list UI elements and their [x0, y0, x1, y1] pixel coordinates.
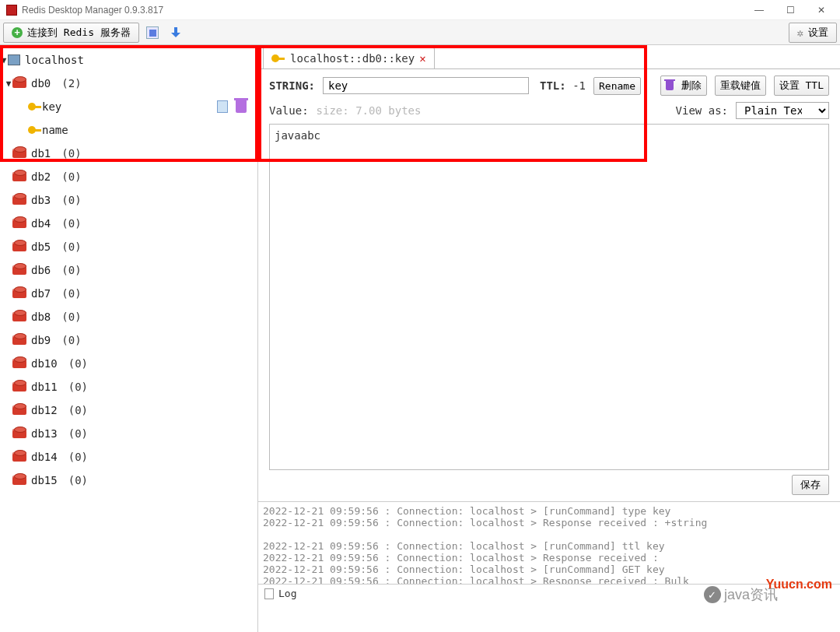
main: ▼ localhost ▼db0(2)keynamedb1(0)db2(0)db…: [0, 45, 840, 632]
server-icon: [8, 54, 20, 65]
tree-db-db3[interactable]: db3(0): [0, 188, 257, 212]
db-count: (0): [68, 381, 88, 393]
tree-db-db11[interactable]: db11(0): [0, 375, 257, 399]
database-icon: [12, 195, 26, 205]
tree-db-db4[interactable]: db4(0): [0, 212, 257, 235]
database-icon: [12, 242, 26, 251]
watermark-site: Yuucn.com: [766, 578, 832, 592]
database-icon: [12, 382, 26, 391]
connect-button[interactable]: + 连接到 Redis 服务器: [3, 23, 139, 43]
db-name: db10: [31, 357, 58, 370]
viewas-select[interactable]: Plain Text: [736, 102, 829, 119]
trash-icon[interactable]: [236, 100, 247, 113]
plus-icon: +: [12, 27, 23, 38]
db-name: db11: [31, 381, 58, 393]
db-count: (0): [61, 147, 81, 160]
tab-bar: localhost::db0::key ✕: [258, 45, 840, 68]
tree-db-db14[interactable]: db14(0): [0, 445, 257, 469]
db-name: db1: [31, 147, 51, 160]
toolbar: + 连接到 Redis 服务器 ✲ 设置: [0, 20, 840, 45]
log-output[interactable]: 2022-12-21 09:59:56 : Connection: localh…: [258, 502, 840, 584]
db-name: db2: [31, 170, 51, 183]
database-icon: [12, 265, 26, 275]
database-icon: [12, 219, 26, 228]
value-textbox[interactable]: javaabc: [269, 124, 829, 470]
db-count: (0): [61, 287, 81, 300]
db-count: (0): [68, 474, 88, 486]
set-ttl-button[interactable]: 设置 TTL: [774, 75, 829, 96]
reload-button[interactable]: 重载键值: [715, 75, 766, 96]
db-count: (0): [68, 357, 88, 370]
tree-key-key[interactable]: key: [0, 95, 257, 118]
tree-db-db0[interactable]: ▼db0(2): [0, 72, 257, 95]
value-content: javaabc: [275, 129, 320, 142]
db-count: (0): [61, 217, 81, 230]
tree-db-db7[interactable]: db7(0): [0, 282, 257, 305]
tree-db-db12[interactable]: db12(0): [0, 399, 257, 422]
connection-tree[interactable]: ▼ localhost ▼db0(2)keynamedb1(0)db2(0)db…: [0, 45, 258, 632]
value-size: size: 7.00 bytes: [317, 104, 422, 117]
key-icon: [28, 126, 36, 134]
tab-key[interactable]: localhost::db0::key ✕: [263, 47, 435, 68]
chevron-down-icon[interactable]: ▼: [5, 79, 12, 89]
close-button[interactable]: ✕: [806, 1, 837, 19]
log-tab-label: Log: [278, 588, 296, 599]
download-icon: [170, 27, 181, 38]
db-name: db12: [31, 404, 58, 416]
key-detail-row: STRING: TTL: -1 Rename 删除 重载键值 设置 TTL: [258, 68, 840, 99]
key-icon: [271, 54, 279, 62]
value-label: Value:: [269, 104, 309, 117]
rename-button[interactable]: Rename: [593, 77, 641, 95]
tab-label: localhost::db0::key: [290, 52, 415, 65]
db-count: (0): [61, 334, 81, 346]
tree-db-db9[interactable]: db9(0): [0, 328, 257, 352]
tree-db-db10[interactable]: db10(0): [0, 352, 257, 375]
key-name: key: [42, 100, 61, 113]
tree-db-db5[interactable]: db5(0): [0, 235, 257, 258]
minimize-button[interactable]: —: [744, 1, 775, 19]
import-button[interactable]: [166, 24, 186, 41]
tree-key-name[interactable]: name: [0, 118, 257, 142]
tree-db-db2[interactable]: db2(0): [0, 165, 257, 188]
database-icon: [12, 172, 26, 181]
tree-connection[interactable]: ▼ localhost: [0, 48, 257, 72]
tree-db-db15[interactable]: db15(0): [0, 469, 257, 492]
settings-button[interactable]: ✲ 设置: [789, 23, 837, 43]
ttl-value: -1: [572, 79, 586, 92]
database-icon: [12, 406, 26, 415]
key-name: name: [42, 124, 68, 136]
console-button[interactable]: [142, 24, 163, 41]
type-label: STRING:: [269, 79, 315, 92]
chevron-down-icon[interactable]: ▼: [0, 55, 8, 65]
tree-db-db13[interactable]: db13(0): [0, 422, 257, 445]
key-icon: [28, 103, 36, 111]
tree-db-db1[interactable]: db1(0): [0, 142, 257, 165]
db-name: db9: [31, 334, 51, 346]
copy-icon[interactable]: [217, 100, 228, 113]
maximize-button[interactable]: ☐: [775, 1, 806, 19]
gear-icon: ✲: [797, 26, 803, 39]
window-title: Redis Desktop Manager 0.9.3.817: [22, 5, 163, 16]
db-name: db7: [31, 287, 51, 300]
ttl-label: TTL:: [540, 79, 566, 92]
db-name: db6: [31, 264, 51, 276]
save-button[interactable]: 保存: [792, 475, 829, 495]
value-meta-row: Value: size: 7.00 bytes View as: Plain T…: [258, 99, 840, 124]
db-count: (0): [68, 404, 88, 416]
db-count: (0): [61, 264, 81, 276]
delete-button[interactable]: 删除: [660, 75, 707, 96]
db-count: (0): [68, 451, 88, 463]
tree-db-db8[interactable]: db8(0): [0, 305, 257, 328]
database-icon: [12, 79, 26, 88]
key-name-input[interactable]: [323, 77, 529, 94]
app-icon: [6, 5, 17, 16]
close-icon[interactable]: ✕: [419, 52, 425, 65]
database-icon: [12, 429, 26, 438]
document-icon: [264, 588, 274, 599]
tree-db-db6[interactable]: db6(0): [0, 258, 257, 282]
db-count: (0): [61, 241, 81, 253]
console-icon: [146, 26, 159, 39]
db-name: db3: [31, 194, 51, 206]
database-icon: [12, 289, 26, 298]
database-icon: [12, 149, 26, 158]
